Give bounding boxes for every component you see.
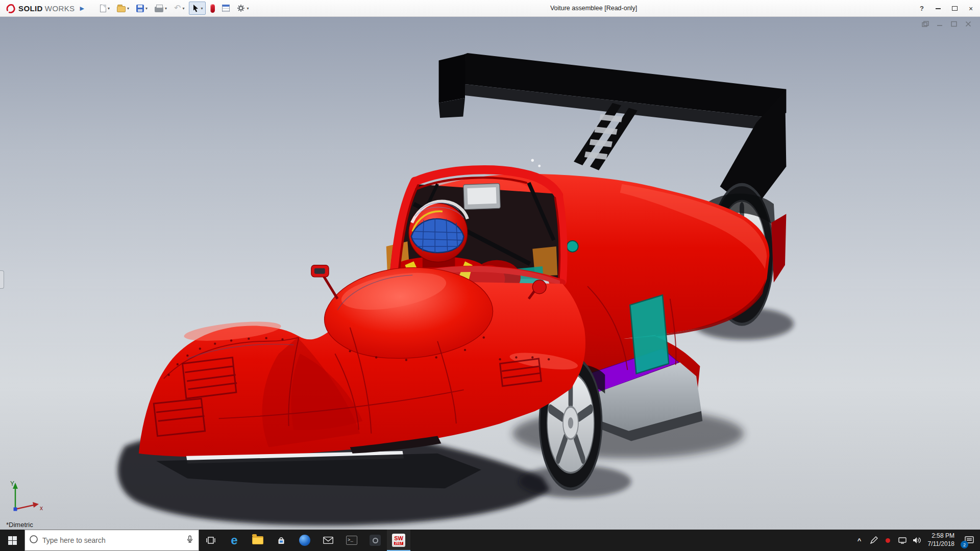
- start-button[interactable]: [0, 530, 24, 551]
- maximize-button[interactable]: [946, 0, 963, 17]
- brand-works: WORKS: [45, 4, 75, 13]
- help-button[interactable]: ?: [914, 0, 930, 17]
- tray-ink-button[interactable]: [867, 530, 881, 551]
- quick-toolbar: ▾ ▾ ▾ ▾ ↶▾ ▾ ▾: [97, 2, 252, 15]
- red-process-icon: [886, 538, 890, 543]
- brand-solid: SOLID: [18, 4, 43, 13]
- design-table-icon: [222, 5, 230, 12]
- solidworks-window: SOLIDWORKS ▶ ▾ ▾ ▾ ▾ ↶▾ ▾ ▾ Voiture asse…: [0, 0, 980, 551]
- select-tool-button[interactable]: ▾: [189, 2, 206, 15]
- task-view-icon: [205, 535, 216, 545]
- select-cursor-icon: [192, 4, 199, 12]
- design-table-button[interactable]: [219, 2, 232, 15]
- doc-maximize-button[interactable]: [949, 20, 959, 28]
- doc-restore-button[interactable]: [921, 20, 930, 28]
- taskbar-solidworks-button[interactable]: SW 2017: [387, 530, 410, 551]
- print-icon: [155, 7, 163, 12]
- car-model-view[interactable]: [0, 17, 980, 530]
- search-box[interactable]: [24, 530, 199, 551]
- caret-icon[interactable]: ▾: [127, 6, 129, 11]
- caret-icon[interactable]: ▾: [145, 6, 148, 11]
- network-icon: [898, 536, 907, 544]
- x-axis-arrow: [33, 502, 39, 508]
- undo-button[interactable]: ↶▾: [172, 2, 187, 15]
- taskbar-mail-button[interactable]: [316, 530, 340, 551]
- caret-icon[interactable]: ▾: [247, 6, 249, 11]
- save-icon: [136, 5, 144, 12]
- command-prompt-icon: >_: [346, 536, 357, 545]
- action-center-button[interactable]: 2: [959, 530, 980, 551]
- cortana-icon: [29, 535, 38, 546]
- minimize-button[interactable]: [930, 0, 946, 17]
- orientation-triad: Y x: [7, 478, 48, 518]
- tray-expand-button[interactable]: ^: [852, 530, 867, 551]
- taskbar-edge-button[interactable]: e: [223, 530, 246, 551]
- clock-date: 7/11/2018: [928, 540, 955, 548]
- caret-icon[interactable]: ▾: [201, 6, 203, 11]
- caret-icon[interactable]: ▾: [108, 6, 110, 11]
- menu-expand-arrow[interactable]: ▶: [80, 5, 84, 12]
- rearview-mirror[interactable]: [463, 183, 501, 209]
- taskbar-clock[interactable]: 2:58 PM 7/11/2018: [924, 530, 959, 551]
- speaker-icon: [912, 536, 921, 544]
- taskbar-file-explorer-button[interactable]: [246, 530, 270, 551]
- appearance-button[interactable]: [208, 2, 217, 15]
- windows-taskbar: e >_ SW 2017 ^ 2:58 PM 7/: [0, 530, 980, 551]
- graphics-viewport[interactable]: Y x *Dimetric: [0, 17, 980, 530]
- open-button[interactable]: ▾: [114, 2, 132, 15]
- clock-time: 2:58 PM: [932, 532, 954, 540]
- caret-icon[interactable]: ▾: [165, 6, 167, 11]
- windows-logo-icon: [8, 536, 17, 545]
- taskbar-cad-viewer-button[interactable]: [363, 530, 387, 551]
- tray-volume-button[interactable]: [910, 530, 924, 551]
- window-controls: ? ×: [914, 0, 979, 17]
- tray-process-button[interactable]: [881, 530, 895, 551]
- taskbar-cmd-button[interactable]: >_: [340, 530, 363, 551]
- store-bag-icon: [276, 535, 286, 545]
- doc-minimize-button[interactable]: [935, 20, 944, 28]
- doc-close-button[interactable]: [964, 20, 973, 28]
- close-button[interactable]: ×: [963, 0, 979, 17]
- z-axis-origin: [14, 508, 17, 511]
- microphone-icon[interactable]: [185, 534, 194, 546]
- document-title: Voiture assemblee [Read-only]: [550, 0, 637, 17]
- taskbar-store-button[interactable]: [270, 530, 293, 551]
- solidworks-logo: SOLIDWORKS: [0, 3, 75, 14]
- print-button[interactable]: ▾: [152, 2, 169, 15]
- cad-viewer-icon: [370, 535, 381, 546]
- search-input[interactable]: [42, 536, 181, 544]
- titlebar: SOLIDWORKS ▶ ▾ ▾ ▾ ▾ ↶▾ ▾ ▾ Voiture asse…: [0, 0, 980, 17]
- chevron-up-icon: ^: [857, 537, 862, 544]
- edge-icon: e: [231, 534, 237, 546]
- undo-icon: ↶: [174, 4, 181, 12]
- task-view-button[interactable]: [199, 530, 223, 551]
- new-document-icon: [100, 5, 106, 12]
- open-folder-icon: [117, 6, 126, 12]
- taskbar-spacer: [410, 530, 852, 551]
- notification-badge: 2: [961, 541, 968, 548]
- maximize-icon: [952, 6, 958, 11]
- feature-tree-collapse-tab[interactable]: [0, 270, 4, 289]
- windows-ink-icon: [870, 536, 878, 544]
- y-axis-label: Y: [10, 480, 14, 487]
- ds-logo-icon: [5, 3, 16, 14]
- appearance-bead-icon: [210, 4, 215, 13]
- document-window-controls: [921, 20, 973, 28]
- options-button[interactable]: ▾: [234, 2, 251, 15]
- save-button[interactable]: ▾: [134, 2, 150, 15]
- view-orientation-label: *Dimetric: [6, 521, 33, 529]
- solidworks-2017-icon: SW 2017: [392, 534, 405, 547]
- caret-icon[interactable]: ▾: [182, 6, 184, 11]
- tray-network-button[interactable]: [895, 530, 910, 551]
- mail-icon: [323, 536, 334, 545]
- minimize-icon: [936, 8, 941, 9]
- file-explorer-icon: [252, 536, 263, 544]
- browser-sphere-icon: [299, 535, 310, 546]
- gear-icon: [237, 4, 245, 12]
- new-document-button[interactable]: ▾: [97, 2, 112, 15]
- x-axis-label: x: [40, 505, 43, 512]
- left-mirror: [311, 265, 337, 299]
- taskbar-browser-button[interactable]: [293, 530, 316, 551]
